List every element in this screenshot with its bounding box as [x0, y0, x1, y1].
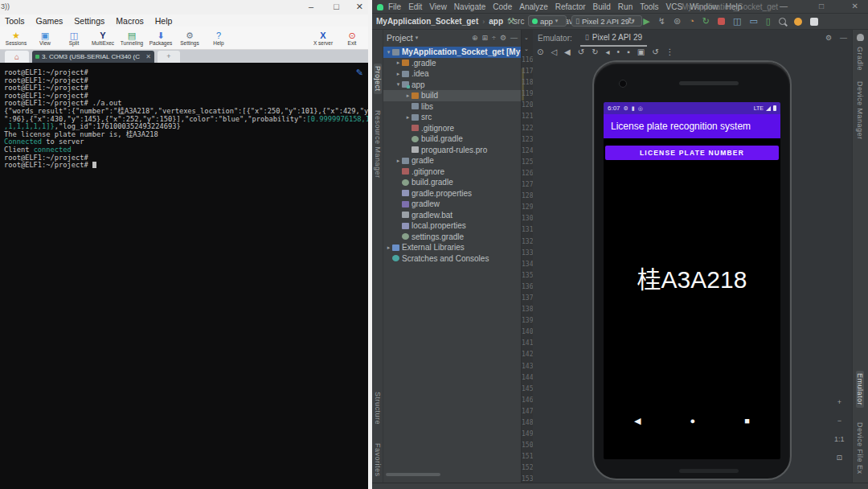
chevron-icon[interactable]: ▸ [395, 158, 402, 164]
toolwindow-button-emulator[interactable]: Emulator [856, 371, 864, 408]
tree-row-gitignore[interactable]: .gitignore [383, 123, 521, 134]
home-tab[interactable]: ⌂ [5, 51, 29, 63]
tunneling-button[interactable]: ▤Tunneling [117, 27, 146, 49]
tree-row-src[interactable]: ▸src [383, 112, 521, 123]
menu-tools[interactable]: Tools [640, 2, 658, 11]
menu-run[interactable]: Run [618, 2, 633, 11]
menu-file[interactable]: File [388, 2, 401, 11]
help-button[interactable]: ?Help [204, 27, 233, 49]
menu-tools[interactable]: Tools [5, 16, 25, 26]
tree-row-gradle[interactable]: ▸.gradle [383, 58, 521, 69]
back-button[interactable]: ◀ [634, 416, 641, 426]
project-panel-header[interactable]: Project ▾ ⊕⊞÷⚙— [383, 30, 521, 45]
screenshot-icon[interactable]: ▣ [637, 47, 645, 57]
home-icon[interactable]: • [617, 47, 620, 57]
minimize-button[interactable]: — [780, 2, 788, 10]
new-tab-button[interactable]: + [158, 51, 180, 63]
menu-code[interactable]: Code [493, 2, 512, 11]
menu-help[interactable]: Help [155, 16, 173, 26]
fit-icon[interactable]: ⊡ [836, 454, 842, 462]
locate-icon[interactable]: ⊕ [472, 34, 478, 42]
profiler-icon[interactable]: ◔ [689, 17, 694, 26]
volume-up-icon[interactable]: ◁ [551, 47, 557, 57]
menu-games[interactable]: Games [36, 16, 63, 26]
chevron-icon[interactable]: ▸ [395, 71, 402, 77]
breadcrumb-item-app[interactable]: app [489, 17, 503, 26]
studio-titlebar[interactable]: FileEditViewNavigateCodeAnalyzeRefactorB… [372, 0, 868, 14]
tree-row-build-gradle[interactable]: build.gradle [383, 134, 521, 145]
restart-activity-icon[interactable]: ↻ [702, 17, 710, 26]
toolwindow-button-device-file-ex[interactable]: Device File Ex [856, 422, 864, 475]
tree-row-gradle-properties[interactable]: gradle.properties [383, 188, 521, 199]
chevron-icon[interactable]: ▾ [395, 81, 402, 88]
sync-icon[interactable]: ↻ [628, 17, 635, 26]
rotate-left-icon[interactable]: ↺ [578, 47, 584, 57]
packages-button[interactable]: ⬇Packages [146, 27, 175, 49]
rotate-right-icon[interactable]: ↻ [592, 47, 598, 57]
toolwindow-button-resource-manager[interactable]: Resource Manager [374, 110, 382, 179]
chevron-icon[interactable]: ▸ [395, 60, 402, 66]
chevron-icon[interactable]: ▾ [385, 49, 392, 55]
back-icon[interactable]: ◂ [606, 47, 610, 57]
run-config-dropdown[interactable]: app ▾ [528, 15, 567, 27]
menu-vcs[interactable]: VCS [666, 2, 683, 11]
tree-row-gitignore[interactable]: .gitignore [383, 166, 521, 178]
avatar-icon[interactable] [794, 18, 802, 26]
tree-row-libs[interactable]: libs [383, 101, 521, 113]
overview-icon[interactable]: ▪ [627, 47, 630, 57]
toolwindow-button-favorites[interactable]: Favorites [374, 443, 382, 477]
layout-inspector-icon[interactable]: ▭ [749, 17, 757, 26]
exit-button[interactable]: ⊙Exit [338, 27, 366, 49]
chevron-icon[interactable]: ▸ [404, 114, 411, 121]
menu-build[interactable]: Build [593, 2, 611, 11]
close-button[interactable]: ✕ [356, 2, 363, 11]
breadcrumb-item-src[interactable]: src [514, 17, 524, 26]
tree-row-build[interactable]: ▸build [383, 90, 521, 101]
horizontal-scrollbar[interactable] [386, 473, 440, 476]
apply-changes-icon[interactable]: ↯ [658, 17, 665, 26]
power-icon[interactable]: ⊙ [537, 47, 543, 57]
multiexec-button[interactable]: YMultiExec [88, 27, 117, 49]
more-icon[interactable]: ⋮ [666, 47, 674, 57]
expand-all-icon[interactable]: ⊞ [481, 34, 488, 42]
build-hammer-icon[interactable]: ⚒ [507, 16, 515, 27]
chevron-icon[interactable]: ▸ [404, 92, 411, 99]
menu-settings[interactable]: Settings [74, 16, 104, 26]
tree-row-idea[interactable]: ▸.idea [383, 68, 521, 80]
window-icon[interactable] [810, 18, 818, 26]
terminal-output[interactable]: root@ELF1:~/project#root@ELF1:~/project#… [4, 69, 366, 170]
close-button[interactable]: ✕ [852, 2, 858, 10]
phone-screen[interactable]: 6:07 ⚙ ▮ ◎ LTE License plate recognition… [604, 102, 780, 459]
serial-session-tab[interactable]: 3. COM3 (USB-SERIAL CH340 (C ✕ [32, 51, 154, 63]
settings-button[interactable]: ⚙Settings [175, 27, 204, 49]
actual-size-icon[interactable]: 1:1 [834, 435, 845, 443]
x-server-button[interactable]: XX server [309, 27, 338, 49]
gear-icon[interactable]: ⚙ [825, 34, 832, 42]
menu-navigate[interactable]: Navigate [454, 2, 485, 11]
run-icon[interactable]: ▶ [643, 17, 649, 26]
zoom-in-icon[interactable]: + [837, 398, 841, 406]
chevron-icon[interactable]: ▸ [385, 244, 392, 251]
menu-analyze[interactable]: Analyze [519, 2, 548, 11]
chevron-down-icon[interactable]: ⌄ [524, 35, 529, 41]
stop-icon[interactable] [718, 18, 725, 25]
device-manager-icon[interactable]: ▯ [766, 17, 771, 26]
mobaxterm-titlebar[interactable]: 3)) – □ ✕ [0, 0, 368, 14]
license-plate-number-button[interactable]: LICENSE PLATE NUMBER [605, 146, 779, 160]
toolwindow-button-gradle[interactable]: Gradle [856, 47, 864, 71]
attach-debugger-icon[interactable]: ◫ [733, 17, 741, 26]
menu-view[interactable]: View [429, 2, 447, 11]
hide-icon[interactable]: — [510, 34, 518, 42]
hide-icon[interactable]: — [840, 34, 847, 42]
minimize-button[interactable]: – [309, 2, 313, 11]
split-button[interactable]: ◫Split [59, 27, 88, 49]
zoom-out-icon[interactable]: − [837, 417, 841, 425]
volume-down-icon[interactable]: ◀ [564, 47, 571, 57]
toolwindow-button-device-manager[interactable]: Device Manager [856, 81, 864, 140]
editor-gutter-strip[interactable]: ⌄ ⌄ 116117118119120121122123124125126127… [521, 30, 533, 483]
settings-icon[interactable]: ⚙ [500, 34, 506, 42]
view-button[interactable]: ▣View [31, 27, 59, 49]
tree-row-scratches-and-consoles[interactable]: Scratches and Consoles [383, 253, 521, 265]
home-button[interactable]: ● [690, 416, 696, 425]
chevron-down-icon[interactable]: ⌄ [524, 46, 529, 52]
